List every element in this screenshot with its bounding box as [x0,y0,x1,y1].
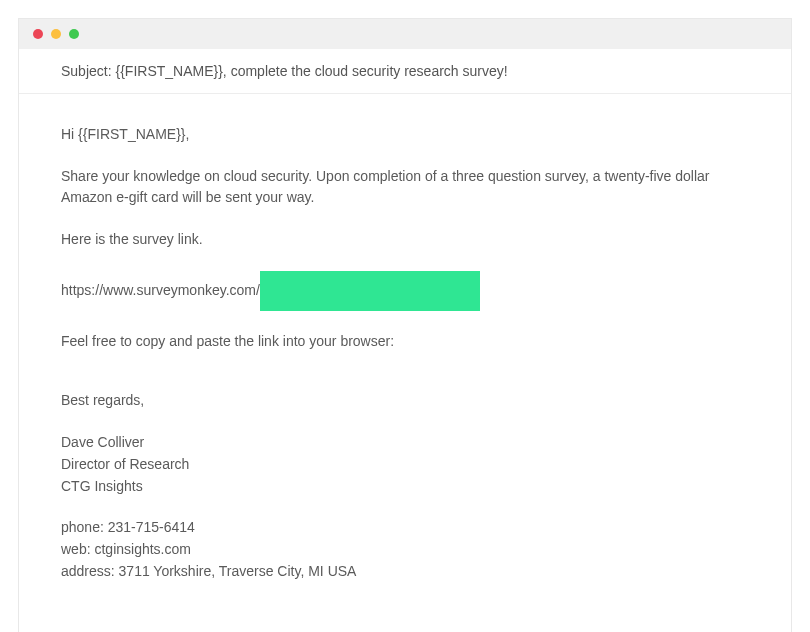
subject-row: Subject: {{FIRST_NAME}}, complete the cl… [19,49,791,94]
signoff: Best regards, [61,390,749,412]
sender-name: Dave Colliver [61,432,749,454]
paragraph-intro: Share your knowledge on cloud security. … [61,166,749,209]
minimize-icon[interactable] [51,29,61,39]
survey-link-line: https://www.surveymonkey.com/ [61,271,749,311]
signature-block: Best regards, Dave Colliver Director of … [61,390,749,582]
titlebar [19,19,791,49]
zoom-icon[interactable] [69,29,79,39]
subject-text: {{FIRST_NAME}}, complete the cloud secur… [115,63,507,79]
subject-label: Subject: [61,63,115,79]
sender-title: Director of Research [61,454,749,476]
close-icon[interactable] [33,29,43,39]
phone-line: phone: 231-715-6414 [61,517,749,539]
survey-link[interactable]: https://www.surveymonkey.com/ [61,280,260,302]
address-line: address: 3711 Yorkshire, Traverse City, … [61,561,749,583]
email-body: Hi {{FIRST_NAME}}, Share your knowledge … [19,94,791,632]
email-window: Subject: {{FIRST_NAME}}, complete the cl… [18,18,792,632]
greeting: Hi {{FIRST_NAME}}, [61,124,749,146]
web-line: web: ctginsights.com [61,539,749,561]
redaction-block [260,271,480,311]
sender-org: CTG Insights [61,476,749,498]
paragraph-link-intro: Here is the survey link. [61,229,749,251]
paragraph-copy-paste: Feel free to copy and paste the link int… [61,331,749,353]
